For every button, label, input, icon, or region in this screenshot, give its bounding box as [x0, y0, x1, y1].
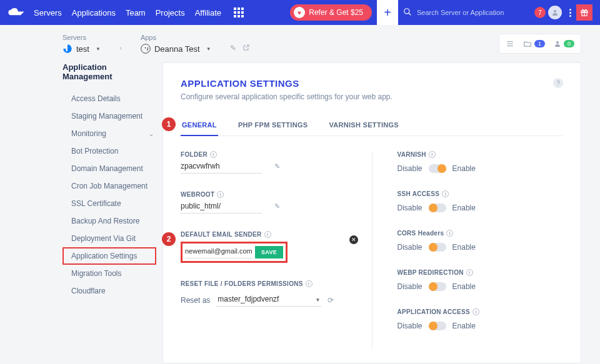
refer-button[interactable]: ♥ Refer & Get $25 — [290, 4, 372, 21]
breadcrumb-apps[interactable]: Apps Deanna Test ▼ — [141, 34, 211, 54]
svg-line-1 — [409, 12, 411, 15]
disable-label: Disable — [398, 243, 422, 252]
save-button[interactable]: SAVE — [255, 246, 283, 258]
top-navbar: Servers Applications Team Projects Affil… — [0, 0, 600, 25]
sidebar-item-access-details[interactable]: Access Details — [62, 90, 156, 107]
notification-badge[interactable]: 7 — [534, 7, 546, 18]
info-icon[interactable]: i — [429, 151, 436, 158]
wordpress-icon — [141, 44, 151, 54]
apps-grid-icon[interactable] — [234, 7, 244, 17]
enable-label: Enable — [452, 164, 476, 173]
sidebar-item-label: Monitoring — [71, 129, 106, 138]
pencil-icon[interactable]: ✎ — [274, 162, 280, 170]
tab-general[interactable]: GENERAL — [181, 115, 218, 136]
disable-label: Disable — [398, 204, 422, 212]
svg-point-2 — [554, 10, 556, 12]
chevron-down-icon: ⌄ — [149, 130, 154, 137]
info-icon[interactable]: i — [210, 151, 217, 158]
info-icon[interactable]: i — [466, 269, 473, 276]
nav-servers[interactable]: Servers — [34, 8, 62, 17]
webp-label: WEBP REDIRECTION i — [398, 269, 564, 276]
email-sender-input[interactable] — [185, 247, 252, 255]
left-column: FOLDER i ✎ WEBROOT i ✎ — [181, 151, 347, 348]
reset-perms-label: RESET FILE / FOLDERS PERMISSIONS i — [181, 280, 347, 287]
info-icon[interactable]: i — [442, 190, 449, 197]
sidebar-item-deploy[interactable]: Deployment Via Git — [62, 230, 156, 247]
add-button[interactable]: + — [377, 0, 398, 25]
enable-label: Enable — [452, 322, 476, 330]
right-column: VARNISH i Disable Enable SSH ACCESS i — [398, 151, 564, 348]
cors-toggle[interactable] — [429, 243, 446, 252]
user-avatar[interactable] — [548, 6, 562, 19]
pencil-icon[interactable]: ✎ — [274, 202, 280, 210]
info-icon[interactable]: i — [264, 231, 271, 238]
info-icon[interactable]: i — [306, 280, 312, 287]
sidebar-item-ssl[interactable]: SSL Certificate — [62, 195, 156, 212]
search-box — [403, 7, 534, 18]
settings-panel: ? APPLICATION SETTINGS Configure several… — [162, 62, 581, 363]
top-nav: Servers Applications Team Projects Affil… — [34, 8, 221, 17]
reset-as-label: Reset as — [181, 296, 210, 305]
context-pills: 1 0 — [499, 34, 581, 54]
reset-user-select[interactable] — [216, 293, 321, 307]
enable-label: Enable — [452, 282, 476, 291]
sidebar: Application Management Access Details St… — [62, 62, 156, 363]
webp-toggle[interactable] — [429, 282, 446, 291]
tab-varnish[interactable]: VARNISH SETTINGS — [328, 115, 400, 135]
settings-tabs: 1 GENERAL PHP FPM SETTINGS VARNISH SETTI… — [181, 115, 563, 136]
close-icon[interactable]: ✕ — [349, 235, 358, 244]
callout-2: 2 — [162, 232, 176, 246]
panel-title: APPLICATION SETTINGS — [181, 78, 563, 89]
sidebar-item-monitoring[interactable]: Monitoring ⌄ — [62, 125, 156, 142]
webroot-input[interactable] — [181, 202, 274, 210]
search-input[interactable] — [417, 9, 517, 16]
user-count[interactable]: 0 — [554, 40, 574, 47]
nav-team[interactable]: Team — [126, 8, 146, 17]
breadcrumb-servers-label: Servers — [62, 34, 101, 41]
refer-label: Refer & Get $25 — [309, 8, 363, 17]
more-menu-icon[interactable] — [569, 9, 571, 17]
sidebar-item-app-settings[interactable]: Application Settings — [62, 247, 156, 265]
list-view-icon[interactable] — [506, 39, 514, 48]
caret-down-icon: ▼ — [315, 297, 320, 303]
sidebar-item-bot[interactable]: Bot Protection — [62, 142, 156, 160]
nav-projects[interactable]: Projects — [156, 8, 185, 17]
sidebar-item-cloudflare[interactable]: Cloudflare — [62, 282, 156, 300]
tab-php-fpm[interactable]: PHP FPM SETTINGS — [237, 115, 309, 135]
enable-label: Enable — [452, 243, 476, 252]
enable-label: Enable — [452, 204, 476, 212]
app-name: Deanna Test — [154, 44, 200, 54]
disable-label: Disable — [398, 164, 422, 173]
refresh-icon[interactable]: ⟳ — [328, 296, 334, 305]
ssh-toggle[interactable] — [429, 204, 446, 212]
folder-count[interactable]: 1 — [523, 39, 545, 48]
help-icon[interactable]: ? — [553, 78, 563, 88]
digitalocean-icon — [62, 44, 72, 54]
email-sender-label: DEFAULT EMAIL SENDER i — [181, 231, 347, 238]
caret-down-icon: ▼ — [96, 46, 101, 52]
varnish-label: VARNISH i — [398, 151, 564, 158]
folder-label: FOLDER i — [181, 151, 347, 158]
varnish-toggle[interactable] — [429, 164, 446, 173]
breadcrumb-servers[interactable]: Servers test ▼ — [62, 34, 101, 54]
info-icon[interactable]: i — [446, 230, 453, 237]
gift-icon[interactable] — [576, 4, 592, 21]
webroot-label: WEBROOT i — [181, 191, 347, 198]
sidebar-item-backup[interactable]: Backup And Restore — [62, 212, 156, 230]
info-icon[interactable]: i — [472, 308, 479, 315]
sidebar-item-migration[interactable]: Migration Tools — [62, 265, 156, 282]
sidebar-item-cron[interactable]: Cron Job Management — [62, 177, 156, 195]
breadcrumb-apps-label: Apps — [141, 34, 211, 41]
folder-input[interactable] — [181, 162, 274, 170]
cloudways-logo[interactable] — [8, 6, 25, 19]
access-toggle[interactable] — [429, 322, 446, 330]
open-app-icon[interactable] — [242, 44, 250, 53]
nav-affiliate[interactable]: Affiliate — [195, 8, 221, 17]
sidebar-item-domain[interactable]: Domain Management — [62, 160, 156, 177]
ssh-label: SSH ACCESS i — [398, 190, 564, 197]
sidebar-item-staging[interactable]: Staging Management — [62, 107, 156, 125]
chevron-right-icon: › — [119, 44, 122, 52]
edit-app-icon[interactable]: ✎ — [230, 44, 236, 53]
nav-applications[interactable]: Applications — [72, 8, 116, 17]
info-icon[interactable]: i — [217, 191, 224, 198]
